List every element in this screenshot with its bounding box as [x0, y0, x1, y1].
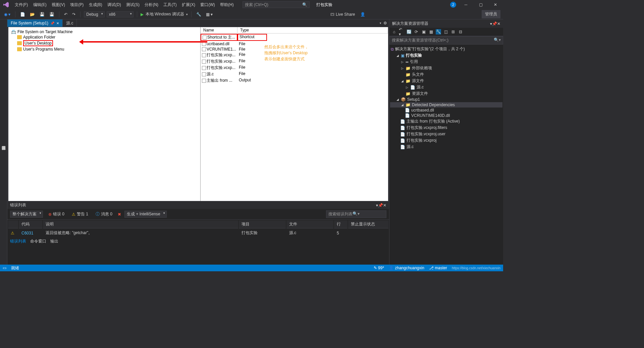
- start-debug-button[interactable]: 本地 Windows 调试器: [146, 11, 184, 17]
- list-item[interactable]: 源.cFile: [201, 71, 388, 77]
- output-icon[interactable]: ▭: [3, 266, 6, 270]
- admin-button[interactable]: 管理员: [482, 10, 500, 18]
- menu-analyze[interactable]: 分析(N): [143, 2, 160, 7]
- build-dropdown[interactable]: 生成 + IntelliSense: [124, 211, 167, 218]
- dep2-node[interactable]: 📄 VCRUNTIME140D.dll: [390, 113, 502, 118]
- close-icon[interactable]: ✕: [497, 21, 500, 26]
- fs-user-programs[interactable]: User's Programs Menu: [11, 47, 198, 52]
- menu-window[interactable]: 窗口(W): [198, 2, 217, 7]
- config-dropdown[interactable]: Debug: [84, 11, 104, 17]
- srcfile-node[interactable]: ▷📄 源.c: [390, 84, 502, 90]
- list-item[interactable]: 主输出 from ...Output: [201, 77, 388, 84]
- col-type[interactable]: Type: [237, 27, 388, 33]
- solexp-search[interactable]: 搜索解决方案资源管理器(Ctrl+;)🔍▾: [389, 36, 503, 45]
- menu-view[interactable]: 视图(V): [50, 2, 67, 7]
- tab-settings-icon[interactable]: ⚙: [383, 21, 387, 25]
- back-icon[interactable]: ↶ ▾: [399, 29, 404, 34]
- setup-node[interactable]: ◢📦 Setup1: [390, 97, 502, 102]
- refs-node[interactable]: ▷▪▪ 引用: [390, 59, 502, 65]
- col-supp[interactable]: 禁止显示状态: [348, 220, 388, 228]
- server-explorer-tab[interactable]: 服务器资源管理器: [0, 140, 7, 145]
- dd-node[interactable]: ◢📁 Detected Dependencies: [390, 102, 502, 108]
- status-pencil-icon[interactable]: ✎ 99*: [374, 266, 384, 270]
- pin-icon[interactable]: 📌: [378, 203, 383, 208]
- solution-node[interactable]: ⧉ 解决方案"打包实验"(2 个项目，共 2 个): [390, 46, 502, 52]
- preview-icon[interactable]: ◫: [443, 29, 448, 34]
- out2-node[interactable]: 📄 打包实验.vcxproj.filters: [390, 125, 502, 131]
- notification-badge[interactable]: 2: [450, 2, 456, 8]
- close-icon[interactable]: ✕: [383, 203, 386, 208]
- error-row[interactable]: ⚠ C6031 返回值被忽略: "getchar"。 打包实验 源.c 5: [8, 229, 388, 237]
- view2-icon[interactable]: ⊟: [458, 29, 463, 34]
- warnings-filter[interactable]: ⚠警告 1: [70, 211, 90, 217]
- menu-test[interactable]: 测试(S): [124, 2, 142, 7]
- tab-overflow-icon[interactable]: ▾: [380, 21, 381, 25]
- open-button[interactable]: 📂: [29, 11, 36, 17]
- status-user[interactable]: 👤 zhangchuangxin: [389, 266, 424, 270]
- new-file-button[interactable]: 📄: [19, 11, 26, 17]
- sync-icon[interactable]: 🔄: [406, 29, 412, 34]
- menu-help[interactable]: 帮助(H): [218, 2, 236, 7]
- menu-build[interactable]: 生成(B): [87, 2, 104, 7]
- list-item[interactable]: Shortcut to 主...Shortcut: [201, 33, 388, 41]
- col-code[interactable]: 代码: [19, 220, 42, 228]
- src-node[interactable]: ◢📁 源文件: [390, 78, 502, 84]
- errorlist-search[interactable]: 搜索错误列表🔍▾: [326, 210, 386, 218]
- tab-command[interactable]: 命令窗口: [30, 238, 46, 244]
- fs-root[interactable]: 📇 File System on Target Machine: [11, 29, 198, 34]
- save-all-button[interactable]: 💾: [48, 11, 56, 17]
- nav-back-button[interactable]: ◉ ▾: [3, 11, 12, 17]
- scope-dropdown[interactable]: 整个解决方案: [10, 211, 43, 218]
- undo-button[interactable]: ↶: [63, 11, 69, 17]
- tab-source[interactable]: 源.c: [63, 19, 77, 27]
- hdr-node[interactable]: 📁 头文件: [390, 71, 502, 78]
- pin-icon[interactable]: 📌: [492, 21, 497, 26]
- show-all-icon[interactable]: ▦: [428, 29, 434, 34]
- status-branch[interactable]: ⎇ master: [429, 266, 447, 270]
- maximize-button[interactable]: ▢: [476, 2, 486, 7]
- out3-node[interactable]: 📄 打包实验.vcxproj.user: [390, 131, 502, 137]
- collapse-icon[interactable]: ▣: [421, 29, 426, 34]
- col-proj[interactable]: 项目: [239, 220, 286, 228]
- home-icon[interactable]: ⌂: [391, 29, 397, 34]
- properties-icon[interactable]: 🔧: [436, 29, 441, 34]
- dep1-node[interactable]: 📄 ucrtbased.dll: [390, 108, 502, 113]
- redo-button[interactable]: ↷: [71, 11, 77, 17]
- save-button[interactable]: 💾: [38, 11, 46, 17]
- out4-node[interactable]: 📄 打包实验.vcxproj: [390, 137, 502, 144]
- project-node[interactable]: ◢▣ 打包实验: [390, 52, 502, 59]
- quick-search[interactable]: 搜索 (Ctrl+Q)🔍: [243, 1, 310, 8]
- menu-tools[interactable]: 工具(T): [161, 2, 178, 7]
- live-share-button[interactable]: Live Share: [336, 12, 355, 17]
- col-desc[interactable]: 说明: [43, 220, 238, 228]
- messages-filter[interactable]: ⓘ消息 0: [94, 211, 114, 217]
- minimize-button[interactable]: ─: [461, 2, 471, 7]
- col-line[interactable]: 行: [334, 220, 347, 228]
- menu-project[interactable]: 项目(P): [68, 2, 86, 7]
- out1-node[interactable]: 📄 主输出 from 打包实验 (Active): [390, 118, 502, 125]
- menu-edit[interactable]: 编辑(E): [31, 2, 49, 7]
- close-button[interactable]: ✕: [490, 2, 500, 7]
- refresh-icon[interactable]: ⟳: [414, 29, 419, 34]
- tb-icon-2[interactable]: ▦ ▾: [205, 11, 214, 17]
- menu-file[interactable]: 文件(F): [13, 2, 30, 7]
- out5-node[interactable]: 📄 源.c: [390, 144, 502, 150]
- fs-app-folder[interactable]: Application Folder: [11, 34, 198, 40]
- tab-filesystem[interactable]: File System (Setup1) 📌 ✕: [7, 19, 63, 27]
- tab-errorlist[interactable]: 错误列表: [10, 238, 26, 244]
- ext-node[interactable]: ▷📁 外部依赖项: [390, 65, 502, 71]
- close-tab-icon[interactable]: ✕: [56, 21, 59, 25]
- col-file[interactable]: 文件: [286, 220, 333, 228]
- menu-extensions[interactable]: 扩展(X): [180, 2, 197, 7]
- list-item[interactable]: 打包实验.vcxp...File: [201, 65, 388, 71]
- account-icon[interactable]: 👤: [360, 12, 365, 17]
- errors-filter[interactable]: ⊗错误 0: [46, 211, 66, 217]
- view-icon[interactable]: ⊞: [450, 29, 456, 34]
- tab-output[interactable]: 输出: [50, 238, 58, 244]
- col-name[interactable]: Name: [201, 27, 237, 33]
- pin-icon[interactable]: 📌: [50, 21, 54, 25]
- platform-dropdown[interactable]: x86: [107, 11, 133, 17]
- tb-icon-1[interactable]: 🔧: [195, 11, 203, 17]
- fs-user-desktop[interactable]: User's Desktop: [11, 40, 198, 47]
- menu-debug[interactable]: 调试(D): [105, 2, 123, 7]
